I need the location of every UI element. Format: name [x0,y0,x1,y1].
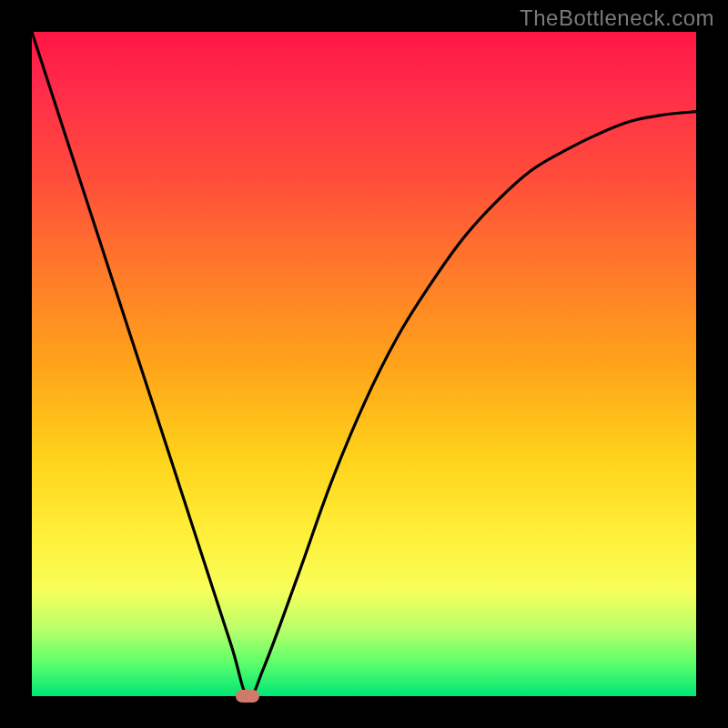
bottleneck-curve [32,32,696,696]
minimum-marker [236,690,259,703]
chart-frame: TheBottleneck.com [0,0,728,728]
plot-area [32,32,696,696]
watermark-label: TheBottleneck.com [520,5,714,31]
